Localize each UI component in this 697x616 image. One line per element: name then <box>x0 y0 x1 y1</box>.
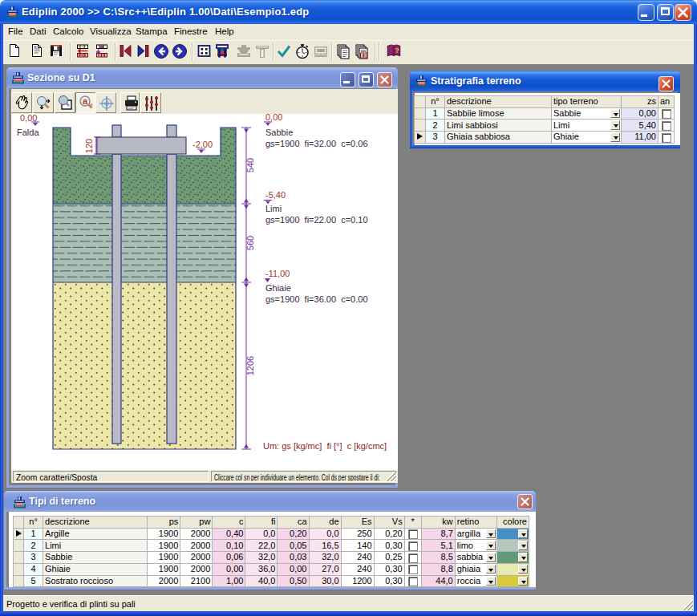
svg-text:?: ? <box>395 47 399 55</box>
svg-text:Falda: Falda <box>17 128 39 137</box>
svg-text:-5,40: -5,40 <box>265 190 286 200</box>
svg-text:gs=1900 fi=32.00 c=0.06: gs=1900 fi=32.00 c=0.06 <box>265 139 368 148</box>
svg-text:gs=1900 fi=22.00 c=0.10: gs=1900 fi=22.00 c=0.10 <box>265 215 368 225</box>
svg-text:-2,00: -2,00 <box>192 140 213 149</box>
svg-text:Sabbie: Sabbie <box>265 128 293 137</box>
svg-text:540: 540 <box>245 158 255 172</box>
svg-text:0,00: 0,00 <box>265 114 282 122</box>
svg-text:1206: 1206 <box>245 356 255 375</box>
svg-text:Ghiaie: Ghiaie <box>265 283 291 293</box>
svg-text:Um: gs [kg/mc] fi [°] c [kg/: Um: gs [kg/mc] fi [°] c [kg/cmc] <box>263 441 387 451</box>
svg-text:ε: ε <box>91 102 93 107</box>
svg-text:560: 560 <box>245 236 255 250</box>
svg-text:a: a <box>83 96 88 106</box>
svg-text:120: 120 <box>84 139 94 153</box>
svg-text:Limi: Limi <box>265 204 282 213</box>
svg-text:0,00: 0,00 <box>20 114 37 123</box>
svg-text:gs=1900 fi=36.00 c=0.00: gs=1900 fi=36.00 c=0.00 <box>265 294 368 304</box>
svg-text:-11,00: -11,00 <box>265 269 290 278</box>
